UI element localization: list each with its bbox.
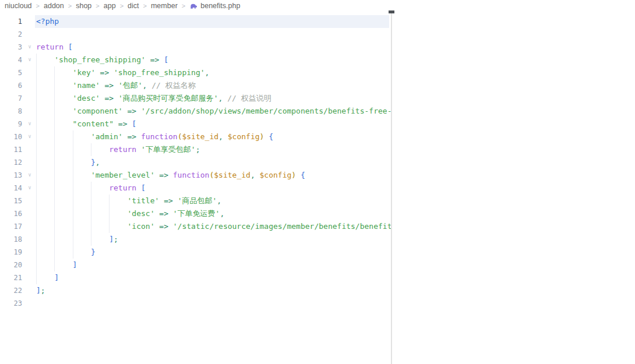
line-number: 18 [0, 233, 22, 246]
code-line[interactable]: 10∨'admin' => function($site_id, $config… [0, 130, 391, 143]
code-line[interactable]: 20] [0, 259, 391, 271]
code-line[interactable]: 18]; [0, 233, 391, 246]
code-line[interactable]: 4∨'shop_free_shipping' => [ [0, 54, 391, 66]
code-line[interactable]: 13∨'member_level' => function($site_id, … [0, 169, 391, 182]
code-line[interactable]: 15'title' => '商品包邮', [0, 195, 391, 207]
token: => [114, 119, 132, 128]
line-number: 11 [0, 143, 22, 156]
fold-chevron-icon[interactable]: ∨ [26, 169, 34, 181]
line-number: 19 [0, 246, 22, 259]
code-text: ] [36, 271, 59, 284]
token: } [91, 248, 96, 256]
line-number: 10 [0, 130, 22, 143]
token [136, 145, 141, 154]
code-line[interactable]: 9∨"content" => [ [0, 118, 391, 130]
token: [ [132, 119, 136, 128]
breadcrumb-file[interactable]: benefits.php [189, 2, 240, 10]
token: // 权益说明 [223, 94, 271, 103]
scrollbar-cursor-marker[interactable] [389, 10, 394, 13]
fold-chevron-icon[interactable]: ∨ [26, 130, 34, 143]
fold-chevron-icon[interactable]: ∨ [26, 54, 34, 66]
code-line[interactable]: 8'component' => '/src/addon/shop/views/m… [0, 105, 391, 118]
breadcrumb-item[interactable]: niucloud [5, 2, 32, 10]
token: , [217, 196, 221, 205]
token: 'title' [128, 196, 160, 205]
code-line[interactable]: 5'key' => 'shop_free_shipping', [0, 66, 391, 79]
token: [ [141, 183, 146, 192]
token: => [100, 94, 118, 103]
breadcrumb-separator: > [68, 2, 72, 9]
line-number: 20 [0, 259, 22, 271]
editor-lines: 1<?php23∨return [4∨'shop_free_shipping' … [0, 15, 391, 310]
code-text: 'key' => 'shop_free_shipping', [36, 66, 209, 79]
token: [ [164, 55, 168, 64]
line-number: 3 [0, 41, 22, 54]
token: ] [36, 286, 41, 295]
line-number: 22 [0, 284, 22, 297]
token: // 权益名称 [147, 81, 195, 90]
token: ; [114, 235, 118, 243]
code-line[interactable]: 23 [0, 297, 391, 310]
token: function [141, 132, 178, 141]
breadcrumb: niucloud>addon>shop>app>dict>member>bene… [0, 0, 240, 12]
line-number: 14 [0, 182, 22, 195]
code-line[interactable]: 1<?php [0, 15, 391, 28]
fold-chevron-icon[interactable]: ∨ [26, 182, 34, 194]
token: $site_id [182, 132, 218, 141]
code-line[interactable]: 14∨return [ [0, 182, 391, 195]
token: return [109, 145, 136, 154]
code-text: 'member_level' => function($site_id, $co… [36, 169, 305, 182]
token: 'admin' [91, 132, 123, 141]
token: [ [68, 43, 73, 51]
breadcrumb-item[interactable]: addon [44, 2, 64, 10]
breadcrumb-separator: > [36, 2, 40, 9]
code-line[interactable]: 19} [0, 246, 391, 259]
code-text: "content" => [ [36, 118, 136, 130]
token: { [301, 171, 305, 179]
code-text: return [ [36, 41, 73, 54]
code-line[interactable]: 2 [0, 28, 391, 41]
token: ; [41, 286, 45, 295]
code-line[interactable]: 21] [0, 271, 391, 284]
token: function [173, 171, 210, 179]
breadcrumb-item[interactable]: dict [128, 2, 139, 10]
token: 'icon' [128, 222, 155, 231]
breadcrumb-separator: > [120, 2, 124, 9]
code-line[interactable]: 16'desc' => '下单免运费', [0, 207, 391, 220]
code-line[interactable]: 7'desc' => '商品购买时可享受免邮服务', // 权益说明 [0, 92, 391, 105]
token: => [123, 107, 141, 115]
scrollbar-track[interactable] [391, 10, 392, 364]
code-text: return '下单享受包邮'; [36, 143, 200, 156]
breadcrumb-item[interactable]: shop [76, 2, 91, 10]
line-number: 6 [0, 79, 22, 92]
token: '下单享受包邮' [141, 145, 196, 154]
token: '下单免运费' [173, 209, 220, 218]
fold-chevron-icon[interactable]: ∨ [26, 118, 34, 130]
code-line[interactable]: 22]; [0, 284, 391, 297]
line-number: 7 [0, 92, 22, 105]
line-number: 1 [0, 15, 22, 28]
token: , [218, 132, 228, 141]
code-editor[interactable]: 1<?php23∨return [4∨'shop_free_shipping' … [0, 15, 391, 341]
code-line[interactable]: 6'name' => '包邮', // 权益名称 [0, 79, 391, 92]
line-number: 12 [0, 156, 22, 169]
code-line[interactable]: 3∨return [ [0, 41, 391, 54]
token: => [123, 132, 141, 141]
breadcrumb-item[interactable]: app [104, 2, 116, 10]
line-number: 17 [0, 220, 22, 233]
code-line[interactable]: 12}, [0, 156, 391, 169]
token: => [154, 209, 172, 218]
code-line[interactable]: 11return '下单享受包邮'; [0, 143, 391, 156]
token: , [96, 158, 100, 167]
token: 'member_level' [91, 171, 155, 179]
code-text: 'desc' => '商品购买时可享受免邮服务', // 权益说明 [36, 92, 271, 105]
token: 'desc' [73, 94, 100, 103]
token: , [251, 171, 260, 179]
fold-chevron-icon[interactable]: ∨ [26, 41, 34, 53]
token: => [96, 68, 114, 77]
token: ] [109, 235, 114, 243]
code-line[interactable]: 17'icon' => '/static/resource/images/mem… [0, 220, 391, 233]
token: '商品购买时可享受免邮服务' [118, 94, 218, 103]
breadcrumb-item[interactable]: member [151, 2, 178, 10]
token: 'component' [73, 107, 123, 115]
